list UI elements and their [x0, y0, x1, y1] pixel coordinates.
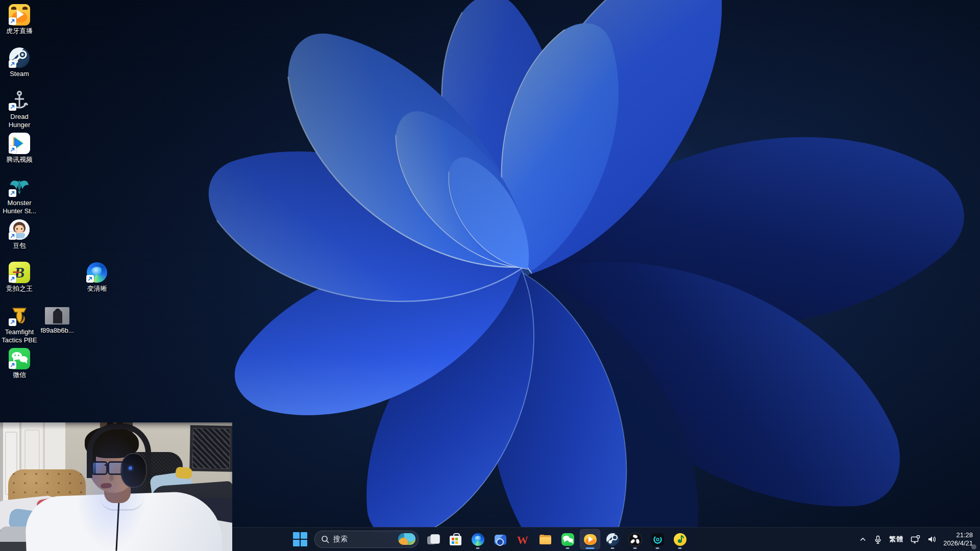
ime-indicator[interactable]: 繁體	[886, 529, 907, 549]
microsoft-store-icon	[449, 533, 462, 546]
desktop-icon-label: Monster Hunter St...	[0, 199, 39, 215]
speaker-icon	[927, 535, 937, 543]
huya-live-button[interactable]	[580, 529, 600, 549]
volume-tray-button[interactable]	[924, 529, 940, 549]
task-view-icon	[426, 533, 440, 546]
huya-live-icon	[9, 4, 30, 26]
microphone-icon	[874, 535, 882, 544]
steam-icon	[606, 533, 620, 546]
shortcut-arrow-icon	[9, 318, 16, 326]
desktop-icon-label: 虎牙直播	[0, 27, 39, 35]
microphone-tray-button[interactable]	[870, 529, 886, 549]
desktop-icon-huya-live[interactable]: 虎牙直播	[0, 4, 39, 35]
logitech-ghub-icon	[651, 533, 665, 546]
qq-music-button[interactable]	[670, 529, 690, 549]
tray-date: 2026/4/21	[943, 539, 973, 547]
desktop-icon-label: 变清晰	[78, 285, 116, 293]
jingpai-icon: B	[9, 262, 30, 283]
shortcut-arrow-icon	[9, 17, 16, 25]
desktop-icon-label: 竞拍之王	[0, 285, 39, 293]
desktop-icon-bianqingxi[interactable]: 变清晰	[78, 262, 116, 293]
hidden-icons-chevron[interactable]	[855, 529, 870, 549]
edge-icon	[86, 262, 108, 283]
desktop-icon-tencent-video[interactable]: 腾讯视频	[0, 133, 39, 164]
desktop-icon-label: Teamfight Tactics PBE	[0, 328, 39, 344]
logitech-ghub-button[interactable]	[647, 529, 668, 549]
chevron-up-icon	[859, 536, 867, 543]
outlook-icon	[494, 533, 507, 546]
picture-frame	[189, 425, 232, 471]
desktop-icon-label: 微信	[0, 371, 39, 379]
desktop-icon-jingpai[interactable]: B 竞拍之王	[0, 262, 39, 293]
desktop-icon-label: 腾讯视频	[0, 156, 39, 164]
wps-office-button[interactable]: W	[512, 529, 533, 549]
desktop-icon-dread-hunger[interactable]: Dread Hunger	[0, 90, 39, 129]
image-thumbnail	[45, 307, 69, 324]
tft-icon	[9, 305, 30, 327]
file-explorer-icon	[538, 533, 552, 546]
start-button[interactable]	[290, 529, 310, 549]
wps-office-icon: W	[516, 533, 530, 546]
shortcut-arrow-icon	[9, 189, 16, 197]
desktop-icon-doubao[interactable]: 豆包	[0, 219, 39, 250]
qq-music-icon	[673, 533, 687, 546]
windows-logo-icon	[293, 532, 307, 546]
microsoft-edge-button[interactable]	[468, 529, 488, 549]
network-ethernet-icon	[911, 535, 920, 544]
anchor-icon	[9, 90, 30, 111]
desktop-icon-label: Dread Hunger	[0, 113, 39, 129]
steam-button[interactable]	[602, 529, 623, 549]
shortcut-arrow-icon	[9, 361, 16, 369]
desktop-icon-label: 豆包	[0, 242, 39, 250]
shortcut-arrow-icon	[9, 275, 16, 283]
task-view-button[interactable]	[423, 529, 443, 549]
obs-studio-button[interactable]	[625, 529, 645, 549]
search-icon	[321, 535, 329, 543]
network-tray-button[interactable]	[907, 529, 924, 549]
desktop-icon-label: Steam	[0, 70, 39, 78]
file-explorer-button[interactable]	[535, 529, 555, 549]
wechat-button[interactable]	[557, 529, 578, 549]
monster-hunter-icon	[9, 176, 30, 197]
wechat-icon	[9, 348, 30, 369]
huya-live-icon	[583, 533, 597, 546]
desktop-icon-steam[interactable]: Steam	[0, 47, 39, 78]
shortcut-arrow-icon	[9, 60, 16, 68]
doubao-icon	[9, 219, 30, 240]
desktop-icon-wechat[interactable]: 微信	[0, 348, 39, 379]
windows-desktop: { "wallpaper": {"name": "windows-11-bloo…	[0, 0, 980, 551]
outlook-button[interactable]	[490, 529, 510, 549]
desktop-icon-monster-hunter[interactable]: Monster Hunter St...	[0, 176, 39, 215]
desktop-icon-label: f89a8b6b...	[38, 327, 77, 335]
obs-studio-icon	[628, 533, 642, 546]
corner-dot	[971, 544, 976, 549]
desktop-icon-image-file[interactable]: f89a8b6b...	[38, 305, 77, 335]
desktop-icon-tft[interactable]: Teamfight Tactics PBE	[0, 305, 39, 344]
tencent-video-icon	[9, 133, 30, 154]
shortcut-arrow-icon	[9, 103, 16, 111]
webcam-overlay	[0, 422, 232, 551]
shortcut-arrow-icon	[86, 275, 94, 283]
wechat-icon	[561, 533, 575, 546]
shortcut-arrow-icon	[9, 232, 16, 240]
shortcut-arrow-icon	[9, 146, 16, 154]
microsoft-edge-icon	[471, 533, 485, 546]
steam-icon	[9, 47, 30, 68]
search-box[interactable]: 搜索	[314, 531, 419, 548]
tray-time: 21:28	[943, 531, 973, 539]
search-placeholder: 搜索	[333, 535, 348, 544]
search-highlight-image[interactable]	[398, 533, 415, 545]
microsoft-store-button[interactable]	[445, 529, 465, 549]
